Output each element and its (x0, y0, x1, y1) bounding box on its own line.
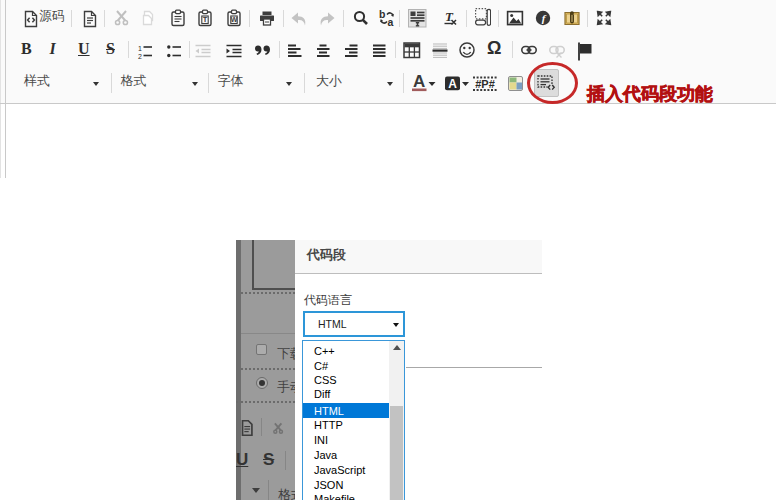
svg-text:b: b (379, 9, 385, 20)
svg-text:a: a (388, 16, 394, 27)
svg-text:#P#: #P# (475, 78, 495, 90)
svg-text:A: A (448, 77, 457, 91)
svg-text:T: T (203, 15, 208, 24)
svg-text:A: A (413, 72, 425, 91)
svg-text:W: W (231, 16, 238, 23)
svg-text:1: 1 (138, 45, 142, 52)
svg-text:2: 2 (138, 53, 142, 60)
